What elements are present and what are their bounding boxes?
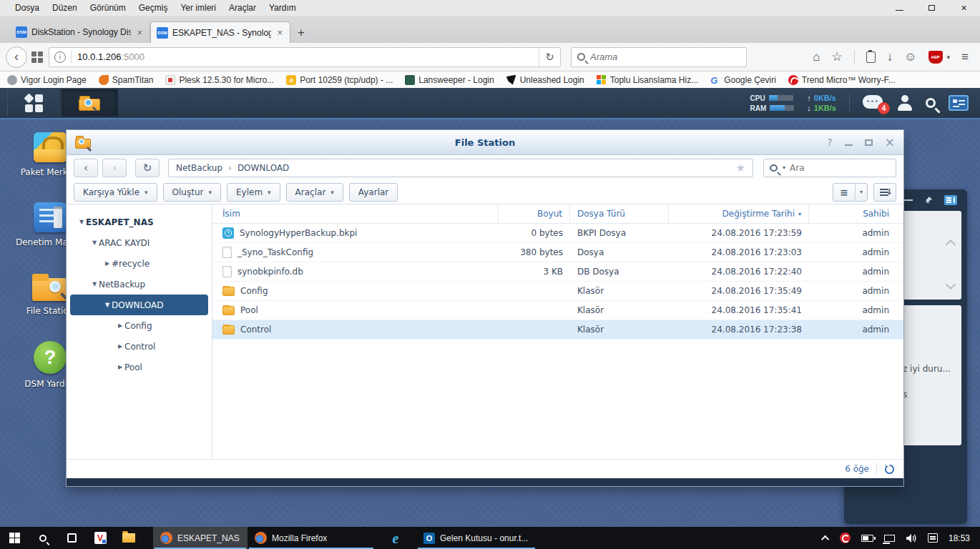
browser-close-button[interactable]: ×	[948, 0, 980, 16]
tree-item-download[interactable]: ▼DOWNLOAD	[70, 295, 208, 315]
fs-search-input[interactable]	[790, 163, 890, 173]
browser-search-box[interactable]	[571, 47, 747, 67]
tree-item-config[interactable]: ▶Config	[70, 315, 208, 336]
column-header-date[interactable]: Değiştirme Tarihi▾	[669, 204, 809, 223]
menu-view[interactable]: Görünüm	[84, 1, 132, 14]
tree-item-eskapet-nas[interactable]: ▼ESKAPET_NAS	[70, 212, 208, 232]
reload-button[interactable]: ↻	[539, 48, 560, 66]
menu-history[interactable]: Geçmiş	[132, 1, 175, 14]
tab-eskapet-nas[interactable]: DSM ESKAPET_NAS - Synology ... ×	[150, 21, 290, 43]
widget-toggle-icon[interactable]	[944, 195, 957, 205]
breadcrumb-download[interactable]: DOWNLOAD	[237, 163, 289, 173]
browser-minimize-button[interactable]	[883, 0, 916, 16]
menu-tools[interactable]: Araçlar	[222, 1, 263, 14]
file-station-task-button[interactable]	[61, 89, 118, 117]
bookmarks-menu-icon[interactable]	[866, 51, 876, 63]
widget-pilot-view-button[interactable]	[949, 95, 969, 111]
create-button[interactable]: Oluştur▾	[163, 183, 221, 202]
network-icon[interactable]	[884, 535, 895, 542]
fs-search-caret-icon[interactable]: ▾	[783, 164, 785, 171]
menu-bookmarks[interactable]: Yer imleri	[174, 1, 222, 14]
recent-pages-icon[interactable]	[31, 51, 43, 63]
bookmark-toplu[interactable]: Toplu Lisanslama Hiz...	[597, 75, 698, 85]
adblock-caret-icon[interactable]: ▾	[947, 54, 951, 61]
tab-close-icon[interactable]: ×	[135, 27, 144, 38]
bookmark-trendmicro[interactable]: Trend Micro™ Worry-F...	[788, 75, 896, 85]
bookmark-port[interactable]: aPort 10259 (tcp/udp) - ...	[286, 75, 393, 85]
bookmark-plesk[interactable]: Plesk 12.5.30 for Micro...	[165, 75, 274, 85]
site-info-icon[interactable]: i	[54, 51, 66, 63]
hamburger-menu-icon[interactable]: ≡	[961, 51, 969, 63]
sort-button[interactable]	[873, 183, 896, 202]
taskbar-clock[interactable]: 18:53	[949, 533, 970, 543]
file-station-search-box[interactable]: ▾	[763, 159, 896, 177]
file-row-hyperbackup[interactable]: SynologyHyperBackup.bkpi 0 bytes BKPI Do…	[212, 224, 903, 243]
view-mode-caret-icon[interactable]: ▾	[855, 184, 867, 201]
fs-back-button[interactable]: ‹	[74, 159, 98, 177]
user-options-button[interactable]	[897, 95, 913, 111]
bookmark-spamtitan[interactable]: SpamTitan	[99, 75, 154, 85]
main-menu-button[interactable]	[7, 89, 61, 117]
file-row-pool[interactable]: Pool Klasör 24.08.2016 17:35:41 admin	[212, 301, 903, 320]
menu-edit[interactable]: Düzen	[46, 1, 84, 14]
bookmark-lansweeper[interactable]: Lansweeper - Login	[405, 75, 494, 85]
taskbar-button-ie[interactable]: e	[375, 527, 416, 549]
battery-icon[interactable]	[861, 535, 873, 542]
action-center-icon[interactable]	[928, 533, 938, 543]
browser-search-input[interactable]	[590, 51, 740, 62]
column-header-name[interactable]: İsim	[212, 204, 499, 223]
chevron-down-icon[interactable]	[946, 280, 956, 290]
tray-expand-icon[interactable]	[821, 535, 829, 543]
menu-file[interactable]: Dosya	[9, 1, 46, 14]
tree-item-netbackup[interactable]: ▼NetBackup	[70, 274, 208, 295]
widget-minimize-icon[interactable]	[904, 199, 913, 201]
bookmark-star-icon[interactable]: ☆	[831, 51, 842, 63]
new-tab-button[interactable]: +	[290, 23, 312, 43]
tree-closed-icon[interactable]: ▶	[116, 343, 124, 350]
tree-item-pool[interactable]: ▶Pool	[70, 357, 208, 377]
bookmark-unleashed[interactable]: Unleashed Login	[506, 75, 584, 85]
tools-button[interactable]: Araçlar▾	[286, 183, 343, 202]
favorite-star-icon[interactable]: ★	[736, 162, 745, 174]
column-header-owner[interactable]: Sahibi	[809, 204, 903, 223]
taskbar-button-firefox[interactable]: Mozilla Firefox	[248, 527, 375, 549]
breadcrumb-netbackup[interactable]: NetBackup	[176, 163, 222, 173]
menu-help[interactable]: Yardım	[263, 1, 303, 14]
pin-icon[interactable]	[924, 196, 933, 204]
window-close-button[interactable]: ×	[885, 137, 895, 149]
extension-smiley-icon[interactable]: ☺	[904, 51, 916, 63]
file-row-config[interactable]: Config Klasör 24.08.2016 17:35:49 admin	[212, 282, 903, 301]
tab-diskstation[interactable]: DSM DiskStation - Synology Dis... ×	[10, 21, 150, 43]
tree-closed-icon[interactable]: ▶	[116, 322, 124, 329]
column-header-type[interactable]: Dosya Türü	[570, 204, 669, 223]
network-speeds[interactable]: ↑0KB/s ↓1KB/s	[807, 94, 836, 112]
start-button[interactable]	[0, 527, 29, 549]
resource-meters[interactable]: CPU RAM	[750, 94, 795, 112]
bookmark-vigor[interactable]: Vigor Login Page	[7, 75, 87, 85]
window-maximize-button[interactable]	[865, 139, 873, 146]
column-header-size[interactable]: Boyut	[499, 204, 570, 223]
tree-item-recycle[interactable]: ▶#recycle	[70, 253, 208, 274]
back-button[interactable]: ‹	[6, 46, 27, 68]
dsm-search-button[interactable]	[926, 98, 936, 108]
settings-button[interactable]: Ayarlar	[349, 183, 398, 202]
adblock-plus-icon[interactable]: ABP	[928, 51, 943, 64]
upload-button[interactable]: Karşıya Yükle▾	[74, 183, 157, 202]
tree-closed-icon[interactable]: ▶	[103, 260, 112, 267]
window-help-button[interactable]: ?	[827, 137, 832, 148]
action-button[interactable]: Eylem▾	[227, 183, 280, 202]
taskbar-button-eskapet[interactable]: ESKAPET_NAS - Synol...	[153, 527, 248, 549]
url-bar[interactable]: i 10.0.1.206 :5000 ↻	[49, 47, 561, 67]
va-app-button[interactable]: V	[86, 527, 114, 549]
tree-open-icon[interactable]: ▼	[77, 219, 86, 225]
tree-open-icon[interactable]: ▼	[103, 302, 112, 308]
bookmark-google-ceviri[interactable]: GGoogle Çeviri	[710, 75, 776, 85]
trendmicro-tray-icon[interactable]	[840, 533, 851, 543]
tab-close-icon[interactable]: ×	[275, 27, 284, 38]
list-view-icon[interactable]: ≡	[833, 184, 855, 201]
status-refresh-icon[interactable]	[884, 464, 895, 475]
taskbar-button-outlook[interactable]: O Gelen Kutusu - onur.t...	[416, 527, 536, 549]
browser-maximize-button[interactable]	[916, 0, 948, 16]
window-title-bar[interactable]: File Station ? ×	[67, 130, 903, 155]
taskbar-search-button[interactable]	[29, 527, 57, 549]
